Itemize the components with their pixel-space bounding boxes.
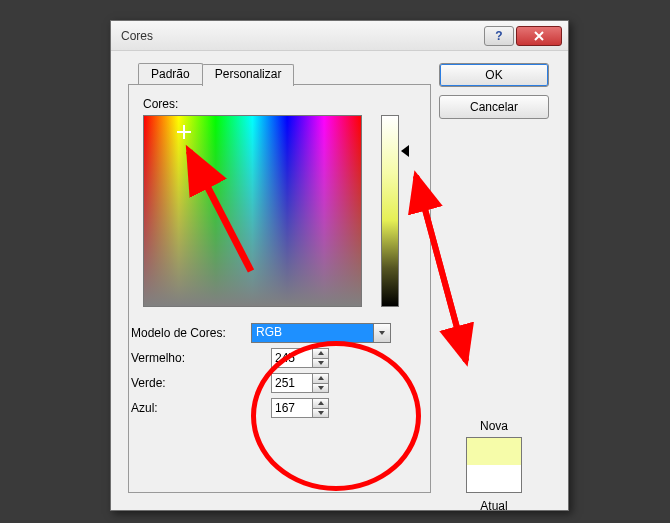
titlebar[interactable]: Cores ? xyxy=(111,21,568,51)
red-up-button[interactable] xyxy=(313,348,329,358)
ok-button[interactable]: OK xyxy=(439,63,549,87)
tab-standard[interactable]: Padrão xyxy=(138,63,203,85)
picker-crosshair xyxy=(177,125,191,139)
color-model-label: Modelo de Cores: xyxy=(131,326,251,340)
chevron-up-icon xyxy=(318,376,324,380)
color-model-dropdown-button[interactable] xyxy=(373,323,391,343)
cancel-button[interactable]: Cancelar xyxy=(439,95,549,119)
side-column: OK Cancelar Nova Atual xyxy=(439,63,549,493)
color-model-select[interactable]: RGB xyxy=(251,323,391,343)
blue-down-button[interactable] xyxy=(313,408,329,419)
tab-panel-custom: Cores: Modelo de Cores: RGB xyxy=(128,84,431,493)
help-icon: ? xyxy=(495,29,502,43)
red-label: Vermelho: xyxy=(131,351,251,365)
tab-custom[interactable]: Personalizar xyxy=(202,64,295,86)
green-up-button[interactable] xyxy=(313,373,329,383)
fields-group: Modelo de Cores: RGB Vermelho: xyxy=(131,318,428,423)
color-model-value: RGB xyxy=(251,323,373,343)
dialog-client: Padrão Personalizar Cores: Modelo de Cor… xyxy=(118,51,561,503)
help-button[interactable]: ? xyxy=(484,26,514,46)
green-label: Verde: xyxy=(131,376,251,390)
lightness-bar[interactable] xyxy=(381,115,399,307)
preview-new-swatch xyxy=(467,438,521,465)
preview-current-label: Atual xyxy=(439,499,549,513)
chevron-down-icon xyxy=(318,386,324,390)
green-spinner[interactable] xyxy=(271,373,331,393)
close-button[interactable] xyxy=(516,26,562,46)
green-input[interactable] xyxy=(271,373,313,393)
blue-up-button[interactable] xyxy=(313,398,329,408)
chevron-down-icon xyxy=(318,361,324,365)
green-down-button[interactable] xyxy=(313,383,329,394)
preview-current-swatch xyxy=(467,465,521,492)
color-preview xyxy=(466,437,522,493)
preview-new-label: Nova xyxy=(439,419,549,433)
red-down-button[interactable] xyxy=(313,358,329,369)
red-spinner[interactable] xyxy=(271,348,331,368)
lightness-pointer[interactable] xyxy=(401,145,409,157)
chevron-down-icon xyxy=(379,331,385,335)
chevron-up-icon xyxy=(318,401,324,405)
chevron-up-icon xyxy=(318,351,324,355)
window-title: Cores xyxy=(121,29,482,43)
red-input[interactable] xyxy=(271,348,313,368)
chevron-down-icon xyxy=(318,411,324,415)
colors-label: Cores: xyxy=(143,97,416,111)
hue-sat-picker[interactable] xyxy=(143,115,362,307)
close-icon xyxy=(533,30,545,42)
blue-label: Azul: xyxy=(131,401,251,415)
blue-spinner[interactable] xyxy=(271,398,331,418)
spectrum-area xyxy=(143,115,416,307)
blue-input[interactable] xyxy=(271,398,313,418)
tabstrip: Padrão Personalizar xyxy=(138,63,293,85)
color-dialog: Cores ? Padrão Personalizar Cores: xyxy=(110,20,569,511)
